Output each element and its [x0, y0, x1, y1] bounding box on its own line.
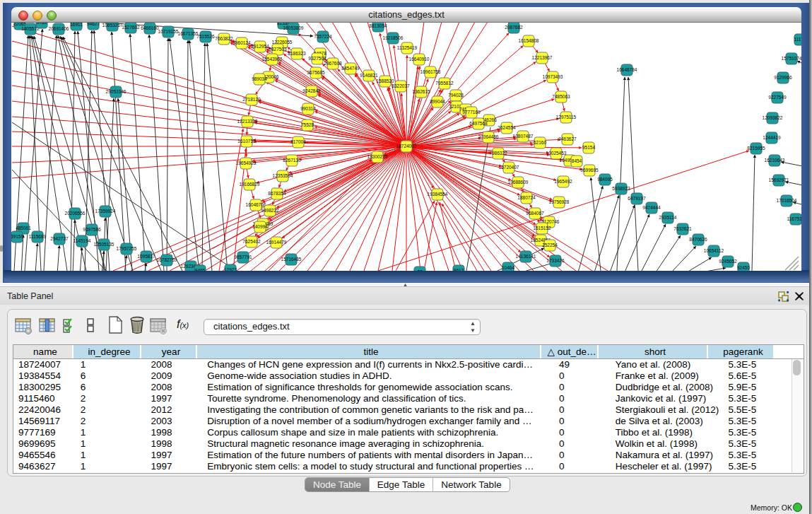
- svg-text:16671355: 16671355: [178, 31, 199, 36]
- svg-text:1615152: 1615152: [533, 226, 551, 230]
- svg-text:10654112: 10654112: [704, 248, 724, 253]
- svg-text:989034: 989034: [252, 76, 267, 81]
- svg-text:16543962: 16543962: [262, 57, 283, 62]
- svg-text:39159: 39159: [11, 234, 23, 239]
- svg-text:1362615: 1362615: [412, 89, 430, 94]
- svg-text:16782759: 16782759: [157, 257, 177, 262]
- svg-text:16914479: 16914479: [266, 240, 287, 245]
- svg-text:12093822: 12093822: [763, 115, 783, 120]
- svg-text:8813054: 8813054: [369, 23, 387, 28]
- svg-text:1095817: 1095817: [137, 254, 155, 259]
- svg-text:18300275: 18300275: [367, 154, 388, 159]
- svg-text:8454749: 8454749: [341, 66, 360, 71]
- svg-text:20691406: 20691406: [49, 26, 69, 31]
- svg-text:9245652: 9245652: [719, 259, 737, 264]
- svg-text:94627: 94627: [87, 23, 100, 26]
- svg-text:7515526: 7515526: [196, 34, 215, 39]
- svg-text:17016504: 17016504: [777, 198, 797, 203]
- svg-text:9242848: 9242848: [302, 88, 321, 93]
- svg-text:15751074: 15751074: [782, 56, 801, 61]
- svg-text:794028: 794028: [448, 93, 464, 98]
- svg-text:2935114: 2935114: [659, 215, 677, 220]
- svg-text:10719155: 10719155: [158, 29, 179, 34]
- svg-text:12505135: 12505135: [94, 242, 114, 247]
- svg-text:7663822: 7663822: [215, 36, 233, 41]
- svg-text:140994: 140994: [252, 224, 268, 229]
- svg-text:15692971: 15692971: [769, 177, 789, 182]
- svg-text:19218506: 19218506: [383, 35, 404, 40]
- svg-text:10464: 10464: [502, 265, 514, 270]
- svg-text:9397586: 9397586: [83, 227, 101, 232]
- svg-text:5938923: 5938923: [612, 186, 630, 191]
- svg-text:11325419: 11325419: [397, 45, 418, 50]
- svg-text:75528: 75528: [301, 122, 314, 127]
- svg-text:12353594: 12353594: [273, 173, 293, 178]
- svg-text:17359924: 17359924: [95, 209, 116, 214]
- svg-text:12213339: 12213339: [237, 119, 258, 124]
- svg-text:1167533: 1167533: [787, 216, 801, 221]
- svg-text:6466160: 6466160: [141, 25, 159, 30]
- svg-text:16961758: 16961758: [420, 69, 441, 74]
- svg-text:9684067: 9684067: [526, 211, 544, 216]
- svg-text:7485063: 7485063: [552, 94, 570, 99]
- svg-text:6479197: 6479197: [628, 196, 646, 201]
- svg-text:19384554: 19384554: [428, 192, 448, 197]
- svg-text:817004: 817004: [290, 139, 306, 144]
- svg-text:9327508: 9327508: [308, 56, 326, 61]
- svg-text:19756928: 19756928: [549, 199, 570, 204]
- svg-text:16046766: 16046766: [246, 202, 266, 207]
- svg-text:8186323: 8186323: [288, 51, 306, 56]
- svg-text:29053346: 29053346: [106, 89, 126, 94]
- svg-text:252254: 252254: [542, 243, 558, 247]
- svg-text:16640910: 16640910: [409, 57, 430, 62]
- svg-text:8470626: 8470626: [689, 237, 707, 242]
- svg-text:9657791: 9657791: [234, 255, 252, 259]
- svg-text:8215955: 8215955: [747, 146, 765, 151]
- svg-text:9612: 9612: [454, 268, 464, 271]
- svg-text:12975115: 12975115: [556, 115, 577, 119]
- svg-text:899044: 899044: [430, 99, 445, 104]
- svg-text:7986322: 7986322: [489, 151, 507, 156]
- svg-text:3675685: 3675685: [307, 70, 325, 75]
- svg-text:10688609: 10688609: [508, 180, 529, 185]
- svg-text:8912954: 8912954: [251, 44, 269, 49]
- svg-text:1733426: 1733426: [546, 258, 565, 263]
- svg-text:7625402: 7625402: [242, 239, 261, 244]
- svg-text:7357224: 7357224: [314, 34, 332, 39]
- svg-text:87: 87: [417, 269, 423, 271]
- svg-text:16911: 16911: [70, 23, 83, 27]
- svg-text:2718120: 2718120: [242, 97, 261, 102]
- svg-text:9129966: 9129966: [774, 75, 792, 80]
- svg-text:9465: 9465: [195, 268, 206, 271]
- svg-text:19166829: 19166829: [240, 182, 260, 187]
- svg-text:2942737: 2942737: [50, 236, 69, 241]
- svg-text:95154: 95154: [582, 145, 595, 150]
- svg-text:990314: 990314: [300, 106, 316, 111]
- svg-text:10853267: 10853267: [102, 23, 123, 28]
- svg-text:8267130: 8267130: [283, 158, 301, 163]
- svg-text:16210643: 16210643: [765, 158, 785, 163]
- svg-text:10025453: 10025453: [546, 151, 567, 156]
- svg-text:9777169: 9777169: [462, 110, 481, 115]
- svg-text:9463627: 9463627: [558, 136, 577, 141]
- svg-text:9699695: 9699695: [580, 168, 599, 173]
- svg-text:20206556: 20206556: [65, 211, 86, 216]
- svg-text:9785: 9785: [37, 23, 47, 25]
- svg-text:2967608: 2967608: [324, 61, 342, 66]
- svg-text:9498222: 9498222: [261, 208, 279, 213]
- svg-text:6497568: 6497568: [469, 121, 488, 126]
- svg-text:1610755: 1610755: [237, 139, 256, 144]
- svg-text:9474444: 9474444: [642, 205, 661, 210]
- svg-text:16154808: 16154808: [519, 38, 539, 43]
- svg-text:16053809: 16053809: [283, 25, 304, 30]
- svg-text:16648784: 16648784: [617, 67, 637, 72]
- svg-text:8454: 8454: [572, 158, 582, 163]
- svg-text:14136141: 14136141: [516, 254, 536, 259]
- svg-text:9827503: 9827503: [269, 47, 287, 52]
- svg-text:7632621: 7632621: [673, 226, 692, 231]
- svg-text:10807487: 10807487: [513, 134, 534, 139]
- svg-text:11178: 11178: [794, 37, 801, 42]
- svg-text:3624554: 3624554: [498, 125, 516, 130]
- svg-text:1588520: 1588520: [376, 78, 394, 83]
- svg-text:1965492: 1965492: [554, 179, 572, 184]
